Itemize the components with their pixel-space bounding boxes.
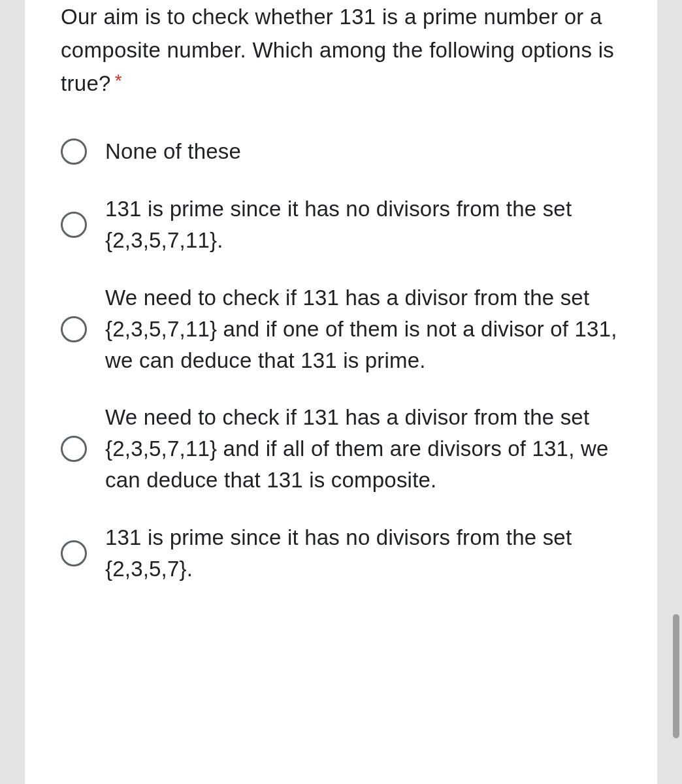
- option-label: We need to check if 131 has a divisor fr…: [105, 282, 621, 376]
- option-label: We need to check if 131 has a divisor fr…: [105, 402, 621, 496]
- required-asterisk: *: [115, 71, 122, 91]
- option-label: None of these: [105, 136, 621, 167]
- options-group: None of these 131 is prime since it has …: [61, 136, 621, 584]
- radio-button[interactable]: [61, 139, 87, 165]
- option-row[interactable]: We need to check if 131 has a divisor fr…: [61, 402, 621, 496]
- option-row[interactable]: None of these: [61, 136, 621, 167]
- question-text: Our aim is to check whether 131 is a pri…: [61, 0, 621, 100]
- option-row[interactable]: 131 is prime since it has no divisors fr…: [61, 522, 621, 585]
- option-label: 131 is prime since it has no divisors fr…: [105, 193, 621, 256]
- radio-button[interactable]: [61, 316, 87, 342]
- scrollbar-thumb[interactable]: [673, 614, 679, 738]
- radio-button[interactable]: [61, 212, 87, 238]
- option-row[interactable]: 131 is prime since it has no divisors fr…: [61, 193, 621, 256]
- question-body: Our aim is to check whether 131 is a pri…: [61, 5, 614, 95]
- question-card: Our aim is to check whether 131 is a pri…: [25, 0, 657, 784]
- option-row[interactable]: We need to check if 131 has a divisor fr…: [61, 282, 621, 376]
- option-label: 131 is prime since it has no divisors fr…: [105, 522, 621, 585]
- radio-button[interactable]: [61, 436, 87, 462]
- radio-button[interactable]: [61, 540, 87, 566]
